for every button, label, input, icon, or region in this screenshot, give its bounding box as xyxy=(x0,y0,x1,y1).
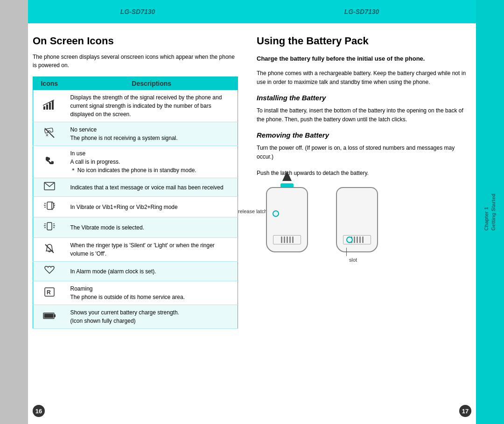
vibrate-icon xyxy=(33,217,66,238)
alarm-icon xyxy=(33,262,66,281)
section1-title: Installing the Battery xyxy=(257,94,467,102)
stripe-3 xyxy=(287,236,288,243)
table-row: When the ringer type is 'Silent' or 'Lig… xyxy=(33,238,238,262)
slot-label-text: slot xyxy=(349,257,357,263)
stripe-8 xyxy=(357,236,358,243)
desc-cell-8: RoamingThe phone is outside of its home … xyxy=(66,281,238,305)
svg-rect-27 xyxy=(44,313,53,318)
message-icon xyxy=(33,178,66,197)
right-content: Using the Battery Pack Charge the batter… xyxy=(257,23,467,424)
svg-rect-0 xyxy=(43,106,45,110)
intro-text-left: The phone screen displays several onscre… xyxy=(33,53,238,70)
desc-cell-1: No serviceThe phone is not receiving a s… xyxy=(66,122,238,146)
slot-dot xyxy=(346,236,353,243)
phone-body-1 xyxy=(266,187,308,252)
phone-stripes-1 xyxy=(273,235,301,244)
svg-rect-3 xyxy=(52,101,54,110)
roaming-icon: R xyxy=(33,281,66,305)
icons-table: Icons Descriptions Displays the strength… xyxy=(33,76,238,329)
table-row: Indicates that a text message or voice m… xyxy=(33,178,238,197)
release-latch-label: release latch xyxy=(238,208,267,215)
right-page: LG-SD7130 Using the Battery Pack Charge … xyxy=(247,0,504,424)
stripe-1 xyxy=(281,236,282,243)
table-header-row: Icons Descriptions xyxy=(33,77,238,90)
svg-rect-15 xyxy=(47,222,52,230)
svg-rect-8 xyxy=(47,202,52,209)
page-number-right: 17 xyxy=(459,405,471,417)
desc-cell-7: In Alarm mode (alarm clock is set). xyxy=(66,262,238,281)
intro-body-right: The phone comes with a rechargeable batt… xyxy=(257,69,467,87)
table-row: In Vibrate or Vib1+Ring or Vib2+Ring mod… xyxy=(33,197,238,217)
table-row: Shows your current battery charge streng… xyxy=(33,305,238,329)
table-row: The Vibrate mode is selected. xyxy=(33,217,238,238)
no-service-icon: ✕ xyxy=(33,122,66,146)
bold-intro-right: Charge the battery fully before the init… xyxy=(257,54,467,63)
signal-bars-icon xyxy=(33,90,66,122)
stripe-5 xyxy=(292,236,294,243)
battery-icon xyxy=(33,305,66,329)
slot-label-line xyxy=(346,248,347,256)
getting-started-label: Getting Started xyxy=(490,194,496,230)
silent-icon xyxy=(33,238,66,262)
desc-cell-0: Displays the strength of the signal rece… xyxy=(66,90,238,122)
arrow-up-icon xyxy=(282,171,292,181)
table-row: In Alarm mode (alarm clock is set). xyxy=(33,262,238,281)
page-title-left: On Screen Icons xyxy=(33,35,238,47)
desc-cell-9: Shows your current battery charge streng… xyxy=(66,305,238,329)
table-row: R RoamingThe phone is outside of its hom… xyxy=(33,281,238,305)
svg-text:✕: ✕ xyxy=(45,133,49,138)
left-header-title: LG-SD7130 xyxy=(120,8,155,15)
desc-cell-6: When the ringer type is 'Silent' or 'Lig… xyxy=(66,238,238,262)
svg-text:R: R xyxy=(47,289,51,296)
section1-body: To install the battery, insert the botto… xyxy=(257,106,467,124)
battery-diagram: release latch xyxy=(257,187,467,252)
stripe-2 xyxy=(284,236,285,243)
table-row: In useA call is in progress.＊ No icon in… xyxy=(33,146,238,178)
left-header: LG-SD7130 xyxy=(28,0,247,23)
arrow-container xyxy=(282,171,292,181)
right-header: LG-SD7130 xyxy=(247,0,476,23)
section2-title: Removing the Battery xyxy=(257,131,467,139)
right-header-title: LG-SD7130 xyxy=(344,8,379,15)
vibrate-ring-icon xyxy=(33,197,66,217)
stripe-9 xyxy=(359,236,361,243)
stripe-10 xyxy=(362,236,364,243)
col-desc-header: Descriptions xyxy=(66,77,238,90)
phone-body-2 xyxy=(336,187,378,252)
phone-diagram-2: slot xyxy=(336,187,378,252)
table-row: Displays the strength of the signal rece… xyxy=(33,90,238,122)
svg-rect-1 xyxy=(46,104,48,110)
left-content: On Screen Icons The phone screen display… xyxy=(33,23,238,424)
in-use-icon xyxy=(33,146,66,178)
section2-body1: Turn the power off. (If power is on, a l… xyxy=(257,144,467,161)
phone-diagram-1: release latch xyxy=(266,187,308,252)
side-bar-text: Chapter 1 Getting Started xyxy=(483,194,497,230)
left-page: LG-SD7130 On Screen Icons The phone scre… xyxy=(0,0,247,424)
right-cyan-bar: Chapter 1 Getting Started xyxy=(476,0,504,424)
left-gray-bar xyxy=(0,0,28,424)
stripe-4 xyxy=(289,236,291,243)
release-latch-dot xyxy=(273,210,279,217)
desc-cell-5: The Vibrate mode is selected. xyxy=(66,217,238,238)
svg-rect-2 xyxy=(49,103,51,110)
table-row: ✕ No serviceThe phone is not receiving a… xyxy=(33,122,238,146)
stripe-7 xyxy=(354,236,355,243)
svg-rect-26 xyxy=(54,314,56,317)
page-number-left: 16 xyxy=(33,405,45,417)
page-title-right: Using the Battery Pack xyxy=(257,35,467,47)
desc-cell-3: Indicates that a text message or voice m… xyxy=(66,178,238,197)
slot-label-container: slot xyxy=(341,257,357,263)
desc-cell-4: In Vibrate or Vib1+Ring or Vib2+Ring mod… xyxy=(66,197,238,217)
desc-cell-2: In useA call is in progress.＊ No icon in… xyxy=(66,146,238,178)
col-icons-header: Icons xyxy=(33,77,66,90)
chapter-label: Chapter 1 xyxy=(483,207,489,230)
